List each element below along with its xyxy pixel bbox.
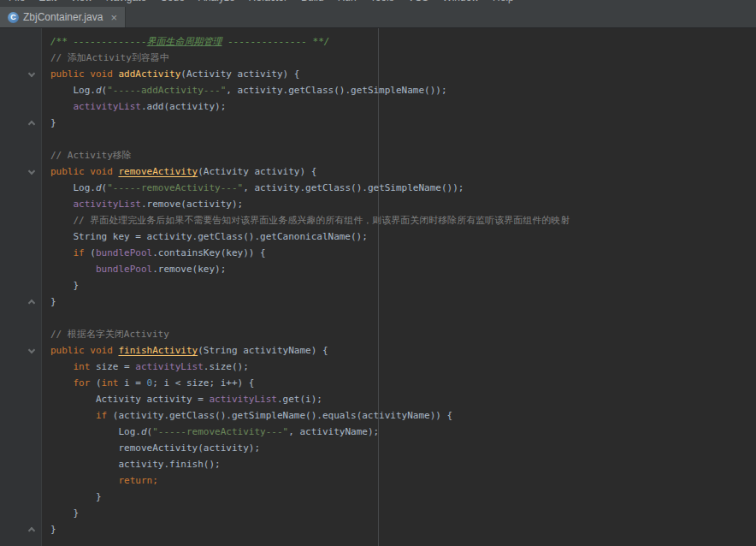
code-token: d bbox=[141, 426, 147, 437]
gutter-line bbox=[0, 407, 41, 424]
menu-item-help[interactable]: Help bbox=[493, 0, 514, 4]
code-token: ; i < size; i++) { bbox=[152, 377, 254, 389]
code-token: Log. bbox=[50, 85, 96, 96]
code-token: ( bbox=[96, 377, 102, 389]
code-line[interactable]: } bbox=[50, 521, 756, 537]
code-token: activityList bbox=[50, 101, 141, 112]
menu-item-window[interactable]: Window bbox=[442, 0, 479, 4]
menu-item-view[interactable]: View bbox=[70, 0, 92, 4]
code-token: String key = activity.getClass().getCano… bbox=[50, 231, 368, 242]
code-line[interactable]: activity.finish(); bbox=[50, 456, 756, 472]
code-line[interactable]: int size = activityList.size(); bbox=[50, 359, 756, 375]
code-token: i = bbox=[124, 377, 147, 389]
code-line[interactable]: // 添加Activity到容器中 bbox=[50, 50, 756, 66]
gutter-line[interactable] bbox=[0, 521, 41, 537]
code-token: activity.finish(); bbox=[50, 459, 221, 470]
gutter-line[interactable] bbox=[0, 163, 41, 180]
gutter-line[interactable] bbox=[0, 294, 41, 310]
code-line[interactable]: // Activity移除 bbox=[50, 147, 756, 163]
gutter-line bbox=[0, 98, 41, 115]
code-line[interactable]: } bbox=[50, 489, 756, 505]
code-line[interactable]: Log.d("-----removeActivity---", activity… bbox=[50, 180, 756, 196]
tab-title: ZbjContainer.java bbox=[23, 11, 103, 23]
code-line[interactable]: removeActivity(activity); bbox=[50, 440, 756, 456]
code-token: /** ------------- bbox=[50, 36, 147, 47]
gutter-line bbox=[0, 472, 41, 489]
code-line[interactable]: // 界面处理完业务后如果不需要告知对该界面业务感兴趣的所有组件，则该界面关闭时… bbox=[50, 212, 756, 228]
gutter-line bbox=[0, 196, 41, 212]
menu-item-file[interactable]: File bbox=[9, 0, 25, 4]
code-token: (Activity activity) { bbox=[180, 68, 299, 80]
code-line[interactable]: // 根据名字关闭Activity bbox=[50, 326, 756, 342]
code-line[interactable]: public void removeActivity(Activity acti… bbox=[50, 163, 756, 180]
code-token: activityList bbox=[135, 361, 203, 372]
code-token: removeActivity bbox=[118, 166, 198, 177]
menu-item-analyze[interactable]: Analyze bbox=[198, 0, 235, 4]
code-line[interactable]: } bbox=[50, 277, 756, 294]
code-line[interactable]: public void finishActivity(String activi… bbox=[50, 342, 756, 359]
gutter-line[interactable] bbox=[0, 342, 41, 359]
gutter-line bbox=[0, 326, 41, 342]
code-line[interactable]: return; bbox=[50, 472, 756, 489]
fold-start-icon[interactable] bbox=[28, 167, 35, 174]
code-line[interactable]: String key = activity.getClass().getCano… bbox=[50, 228, 756, 245]
code-line[interactable]: for (int i = 0; i < size; i++) { bbox=[50, 375, 756, 391]
menu-item-vcs[interactable]: VCS bbox=[408, 0, 429, 4]
code-token: "-----addActivity---" bbox=[107, 85, 226, 96]
gutter-line[interactable] bbox=[0, 66, 41, 82]
menu-item-run[interactable]: Run bbox=[338, 0, 357, 4]
code-token: (activity.getClass().getSimpleName().equ… bbox=[113, 410, 452, 421]
code-token: -------------- **/ bbox=[222, 36, 330, 47]
tab-zbjcontainer-java[interactable]: C ZbjContainer.java × bbox=[0, 7, 126, 27]
code-token: (Activity activity) { bbox=[198, 166, 316, 177]
code-line[interactable]: public void addActivity(Activity activit… bbox=[50, 66, 756, 82]
code-line[interactable]: Log.d("-----removeActivity---", activity… bbox=[50, 424, 756, 440]
code-line[interactable]: } bbox=[50, 505, 756, 521]
code-token: size = bbox=[96, 361, 135, 372]
code-line[interactable]: } bbox=[50, 294, 756, 310]
gutter-line bbox=[0, 228, 41, 245]
fold-end-icon[interactable] bbox=[28, 120, 35, 127]
code-token: .remove(key); bbox=[152, 264, 226, 275]
code-line[interactable]: activityList.add(activity); bbox=[50, 98, 756, 115]
fold-start-icon[interactable] bbox=[28, 346, 35, 353]
code-line[interactable]: if (activity.getClass().getSimpleName().… bbox=[50, 407, 756, 424]
gutter-line bbox=[0, 505, 41, 521]
code-line[interactable]: if (bundlePool.containsKey(key)) { bbox=[50, 245, 756, 261]
code-token: } bbox=[50, 524, 56, 535]
code-line[interactable] bbox=[50, 131, 756, 147]
code-token: addActivity bbox=[118, 68, 180, 80]
code-line[interactable]: activityList.remove(activity); bbox=[50, 196, 756, 212]
menu-item-build[interactable]: Build bbox=[301, 0, 324, 4]
tab-close-icon[interactable]: × bbox=[110, 12, 117, 23]
code-line[interactable]: } bbox=[50, 115, 756, 131]
code-token: d bbox=[96, 182, 102, 193]
java-class-icon: C bbox=[8, 12, 19, 23]
editor-tab-bar: C ZbjContainer.java × bbox=[0, 7, 756, 28]
code-line[interactable]: /** -------------界面生命周期管理 --------------… bbox=[50, 33, 756, 50]
code-token: ( bbox=[90, 247, 96, 258]
fold-start-icon[interactable] bbox=[28, 69, 35, 76]
menu-item-edit[interactable]: Edit bbox=[38, 0, 56, 4]
fold-end-icon[interactable] bbox=[28, 526, 35, 533]
code-line[interactable]: Log.d("-----addActivity---", activity.ge… bbox=[50, 82, 756, 98]
menubar-clipped: FileEditViewNavigateCodeAnalyzeRefactorB… bbox=[0, 0, 756, 7]
menu-item-refactor[interactable]: Refactor bbox=[249, 0, 287, 4]
gutter-lines bbox=[0, 33, 41, 537]
code-token: finishActivity bbox=[118, 345, 198, 356]
code-token: Log. bbox=[50, 426, 141, 437]
code-token: } bbox=[50, 507, 79, 519]
menu-item-code[interactable]: Code bbox=[160, 0, 185, 4]
code-line[interactable] bbox=[50, 310, 756, 326]
code-editor[interactable]: /** -------------界面生命周期管理 --------------… bbox=[42, 28, 756, 546]
code-token: // 根据名字关闭Activity bbox=[50, 329, 169, 340]
menu-item-navigate[interactable]: Navigate bbox=[106, 0, 146, 4]
gutter-line[interactable] bbox=[0, 115, 41, 131]
code-token: (String activityName) { bbox=[198, 345, 328, 356]
code-token: // 添加Activity到容器中 bbox=[50, 52, 169, 63]
code-line[interactable]: Activity activity = activityList.get(i); bbox=[50, 391, 756, 407]
menu-item-tools[interactable]: Tools bbox=[370, 0, 394, 4]
fold-end-icon[interactable] bbox=[28, 299, 35, 306]
code-line[interactable]: bundlePool.remove(key); bbox=[50, 261, 756, 277]
code-token: .get(i); bbox=[277, 394, 322, 405]
